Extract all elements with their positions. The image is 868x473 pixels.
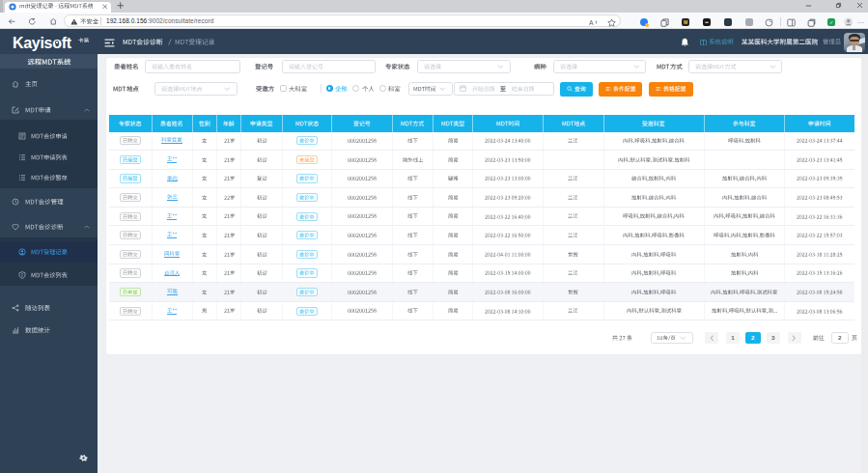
svg-text:A: A — [589, 19, 594, 26]
